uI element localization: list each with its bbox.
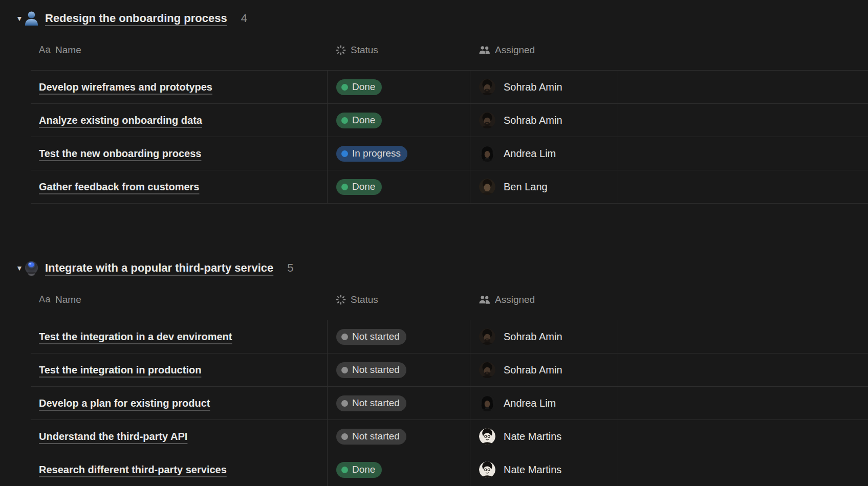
assignee[interactable]: Sohrab Amin xyxy=(479,79,562,95)
row-spacer xyxy=(618,453,868,486)
status-pill[interactable]: In progress xyxy=(336,146,407,162)
collapse-toggle-icon[interactable]: ▼ xyxy=(0,15,24,22)
column-header-assigned[interactable]: Assigned xyxy=(470,279,618,320)
table-row[interactable]: Test the integration in a dev enviroment… xyxy=(31,320,868,354)
table-row[interactable]: Understand the third-party API Not start… xyxy=(31,420,868,453)
row-title[interactable]: Test the integration in a dev enviroment xyxy=(39,331,232,343)
row-title[interactable]: Develop wireframes and prototypes xyxy=(39,81,212,93)
status-label: Not started xyxy=(352,364,400,375)
status-cell[interactable]: Not started xyxy=(327,320,470,353)
column-header-name[interactable]: Aa Name xyxy=(31,279,327,320)
assigned-cell[interactable]: Andrea Lim xyxy=(470,387,618,419)
status-cell[interactable]: Done xyxy=(327,453,470,486)
assigned-cell[interactable]: Ben Lang xyxy=(470,170,618,203)
table-row[interactable]: Research different third-party services … xyxy=(31,453,868,486)
row-spacer xyxy=(618,420,868,453)
status-pill[interactable]: Not started xyxy=(336,395,406,411)
avatar xyxy=(479,179,495,195)
table-row[interactable]: Test the integration in production Not s… xyxy=(31,354,868,387)
assignee-name: Ben Lang xyxy=(504,181,548,193)
status-cell[interactable]: In progress xyxy=(327,137,470,170)
status-label: Done xyxy=(352,464,375,475)
name-cell[interactable]: Understand the third-party API xyxy=(31,420,327,453)
status-cell[interactable]: Not started xyxy=(327,420,470,453)
assignee[interactable]: Sohrab Amin xyxy=(479,112,562,128)
name-cell[interactable]: Develop a plan for existing product xyxy=(31,387,327,419)
assignee-name: Sohrab Amin xyxy=(504,364,562,376)
row-title[interactable]: Research different third-party services xyxy=(39,464,227,476)
assigned-cell[interactable]: Sohrab Amin xyxy=(470,354,618,386)
group-count: 4 xyxy=(241,12,247,25)
table-header-row: Aa Name Status Assigned xyxy=(31,279,868,320)
assignee[interactable]: Andrea Lim xyxy=(479,145,556,162)
status-dot-icon xyxy=(341,117,348,124)
assignee-name: Sohrab Amin xyxy=(504,115,562,126)
assignee[interactable]: Andrea Lim xyxy=(479,395,556,411)
status-pill[interactable]: Done xyxy=(336,79,382,95)
assignee[interactable]: Sohrab Amin xyxy=(479,362,562,378)
row-title[interactable]: Test the integration in production xyxy=(39,364,201,376)
row-spacer xyxy=(618,71,868,103)
table-row[interactable]: Analyze existing onboarding data Done So… xyxy=(31,104,868,137)
status-pill[interactable]: Not started xyxy=(336,362,406,378)
row-title[interactable]: Gather feedback from customers xyxy=(39,181,199,193)
assignee[interactable]: Nate Martins xyxy=(479,461,561,478)
table-row[interactable]: Gather feedback from customers Done Ben … xyxy=(31,170,868,204)
group-title[interactable]: Redesign the onboarding process xyxy=(45,12,227,25)
status-label: Not started xyxy=(352,397,400,409)
assignee[interactable]: Nate Martins xyxy=(479,428,561,445)
status-dot-icon xyxy=(341,367,348,373)
column-header-status[interactable]: Status xyxy=(327,279,470,320)
status-dot-icon xyxy=(341,334,348,340)
assignee[interactable]: Sohrab Amin xyxy=(479,328,562,345)
row-title[interactable]: Understand the third-party API xyxy=(39,431,187,443)
status-pill[interactable]: Done xyxy=(336,179,382,195)
task-table: Aa Name Status Assigned Develop wiref xyxy=(31,30,868,204)
avatar xyxy=(479,112,495,128)
status-cell[interactable]: Done xyxy=(327,170,470,203)
name-cell[interactable]: Gather feedback from customers xyxy=(31,170,327,203)
status-pill[interactable]: Not started xyxy=(336,329,406,345)
status-pill[interactable]: Not started xyxy=(336,429,406,445)
column-header-assigned-label: Assigned xyxy=(495,45,535,56)
column-header-name[interactable]: Aa Name xyxy=(31,30,327,70)
status-pill[interactable]: Done xyxy=(336,113,382,128)
name-cell[interactable]: Test the integration in production xyxy=(31,354,327,386)
row-title[interactable]: Test the new onboarding process xyxy=(39,148,201,160)
assigned-cell[interactable]: Sohrab Amin xyxy=(470,320,618,353)
avatar xyxy=(479,362,495,378)
assignee[interactable]: Ben Lang xyxy=(479,179,548,195)
status-cell[interactable]: Done xyxy=(327,104,470,137)
assignee-name: Nate Martins xyxy=(504,431,561,443)
status-spinner-icon xyxy=(336,45,346,55)
assigned-cell[interactable]: Andrea Lim xyxy=(470,137,618,170)
collapse-toggle-icon[interactable]: ▼ xyxy=(0,264,24,272)
status-dot-icon xyxy=(341,84,348,91)
assigned-cell[interactable]: Nate Martins xyxy=(470,453,618,486)
group-title[interactable]: Integrate with a popular third-party ser… xyxy=(45,261,273,275)
name-cell[interactable]: Test the integration in a dev enviroment xyxy=(31,320,327,353)
status-cell[interactable]: Done xyxy=(327,71,470,103)
status-cell[interactable]: Not started xyxy=(327,387,470,419)
table-row[interactable]: Test the new onboarding process In progr… xyxy=(31,137,868,170)
status-dot-icon xyxy=(341,433,348,440)
column-header-assigned[interactable]: Assigned xyxy=(470,30,618,70)
assigned-cell[interactable]: Sohrab Amin xyxy=(470,71,618,103)
row-title[interactable]: Analyze existing onboarding data xyxy=(39,115,202,126)
name-cell[interactable]: Test the new onboarding process xyxy=(31,137,327,170)
table-row[interactable]: Develop wireframes and prototypes Done S… xyxy=(31,71,868,104)
name-cell[interactable]: Develop wireframes and prototypes xyxy=(31,71,327,103)
table-row[interactable]: Develop a plan for existing product Not … xyxy=(31,387,868,420)
status-cell[interactable]: Not started xyxy=(327,354,470,386)
name-cell[interactable]: Research different third-party services xyxy=(31,453,327,486)
column-header-status[interactable]: Status xyxy=(327,30,470,70)
row-title[interactable]: Develop a plan for existing product xyxy=(39,397,210,409)
avatar xyxy=(479,395,495,411)
assigned-cell[interactable]: Nate Martins xyxy=(470,420,618,453)
avatar xyxy=(479,145,495,162)
name-cell[interactable]: Analyze existing onboarding data xyxy=(31,104,327,137)
assigned-cell[interactable]: Sohrab Amin xyxy=(470,104,618,137)
row-spacer xyxy=(618,354,868,386)
status-pill[interactable]: Done xyxy=(336,462,382,478)
group-icon xyxy=(24,11,39,27)
